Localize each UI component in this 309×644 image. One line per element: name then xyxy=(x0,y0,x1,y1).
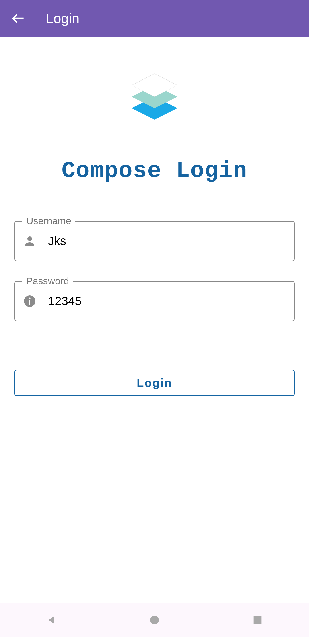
nav-home-button[interactable] xyxy=(147,613,162,627)
username-label: Username xyxy=(22,215,75,226)
svg-rect-10 xyxy=(254,616,262,624)
password-box[interactable] xyxy=(14,281,295,321)
password-field: Password xyxy=(14,281,295,321)
triangle-back-icon xyxy=(46,614,57,626)
svg-point-7 xyxy=(29,297,30,299)
username-box[interactable] xyxy=(14,221,295,261)
svg-rect-6 xyxy=(29,300,30,305)
svg-point-4 xyxy=(27,236,32,241)
appbar-title: Login xyxy=(46,11,79,26)
nav-back-button[interactable] xyxy=(44,613,59,627)
system-nav-bar xyxy=(0,603,309,637)
app-logo xyxy=(126,71,183,129)
layers-icon xyxy=(126,71,183,128)
svg-point-9 xyxy=(150,616,159,624)
back-button[interactable] xyxy=(7,7,30,30)
username-field: Username xyxy=(14,221,295,261)
username-input[interactable] xyxy=(48,234,286,248)
page-title: Compose Login xyxy=(62,158,247,184)
login-button[interactable]: Login xyxy=(14,370,295,396)
svg-marker-8 xyxy=(49,616,54,624)
app-bar: Login xyxy=(0,0,309,37)
circle-home-icon xyxy=(149,614,160,626)
info-icon xyxy=(23,294,37,308)
nav-recent-button[interactable] xyxy=(250,613,265,627)
password-input[interactable] xyxy=(48,294,286,308)
password-label: Password xyxy=(22,275,73,287)
square-recent-icon xyxy=(252,614,263,626)
arrow-left-icon xyxy=(10,10,26,26)
login-content: Compose Login Username Password xyxy=(0,37,309,396)
person-icon xyxy=(23,234,37,248)
